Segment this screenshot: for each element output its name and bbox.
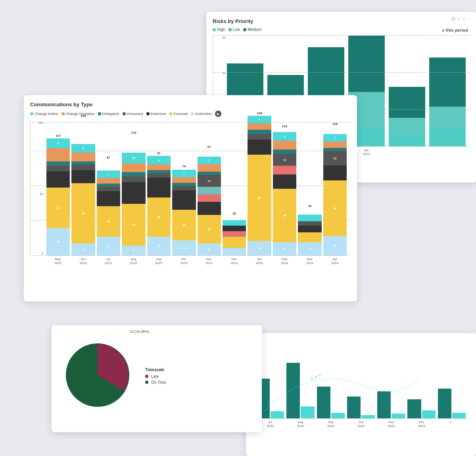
legend-change-notice-label: Change Notice (35, 112, 58, 116)
seg-instruction-mar: 12 (298, 242, 321, 255)
legend-change-notice: Change Notice (30, 112, 58, 116)
bar-dark-sep (317, 387, 330, 418)
risks-stack-6 (429, 57, 466, 146)
stack-oct2023: 14 32 7 (172, 169, 196, 255)
bottom-group-nov (377, 391, 405, 418)
seg-extension-jul (97, 191, 120, 206)
pie-container: 13 (16.46%) 66 (83.54%) Timescale Late O… (58, 335, 255, 416)
change-quotation-dot (61, 112, 65, 115)
late-dot (145, 375, 148, 378)
seg-delegation-jun (71, 161, 95, 165)
risks-card-title: Risks by Priority (213, 18, 470, 24)
pie-card: 13 (16.46%) 66 (83.54%) Timescale Late O… (52, 325, 262, 432)
x-jan: Jan2024 (248, 257, 271, 265)
x-oct: Oct2023 (172, 257, 196, 265)
seg-changequote-jun (71, 153, 95, 161)
stack-may2023: 25 22 9 (46, 138, 70, 255)
x-sep: Sep2023 (147, 257, 171, 265)
bar-dec2023: 36 7 (223, 212, 246, 255)
filter-icon[interactable]: ≡ (458, 17, 460, 21)
seg-extension-may (46, 171, 70, 188)
x-mar: Mar2024 (298, 257, 322, 265)
seg-instruction-aug: 9 (122, 245, 145, 255)
total-jun2023: 125 (81, 114, 86, 118)
x-dec: Dec2023 (223, 257, 246, 265)
seg-ext2-dec (223, 231, 246, 237)
total-nov2023: 97 (207, 145, 211, 149)
seg-delegation-aug (122, 172, 145, 176)
bottom-group-sep (317, 387, 345, 418)
bar-feb2024: 116 12 49 11 8 (273, 125, 296, 255)
seg-delegation-jul (97, 184, 120, 187)
seg-changenotice-oct: 7 (172, 170, 196, 177)
risks-x-label-5 (389, 148, 425, 156)
seg-delegation-sep (147, 170, 171, 173)
stack-jul2023: 17 28 7 (97, 160, 120, 255)
legend-extension: Extension (146, 112, 167, 116)
svg-point-2 (319, 374, 321, 376)
legend-forecast: Forecast (169, 112, 188, 116)
pie-chart-wrapper: 13 (16.46%) 66 (83.54%) (58, 335, 137, 416)
stack-aug2023: 9 38 10 (122, 135, 145, 255)
more-icon[interactable]: ··· (468, 17, 471, 21)
forecast-dot (169, 112, 173, 115)
stack-jun2023: 11 55 8 (71, 119, 95, 255)
legend-delegation-label: Delegation (102, 112, 119, 116)
instruction-dot (191, 112, 194, 115)
bar-dark-jan (438, 389, 451, 418)
comms-y-100: 100 (31, 121, 43, 125)
x-nov: Nov2023 (197, 257, 221, 265)
bar-may2023: 107 25 22 9 (46, 134, 70, 255)
expand-icon[interactable]: ⤢ (463, 17, 466, 21)
period-text: s this period (442, 28, 468, 33)
seg-document-aug (122, 176, 145, 182)
x-may: May2023 (46, 257, 70, 265)
seg-extension-jan (248, 140, 271, 155)
high-dot (213, 28, 216, 31)
seg-forecast-mar (298, 232, 321, 242)
seg-extension-feb (273, 174, 296, 189)
power-icon[interactable]: ⏻ (451, 17, 455, 21)
late-label: Late (151, 374, 159, 379)
seg-instruction-dec: 7 (223, 248, 246, 255)
comms-y-50: 50 (31, 192, 43, 196)
comms-bar-chart: 100 50 0 107 25 22 (30, 121, 351, 256)
bar-dark-dec (407, 399, 421, 418)
legend-instruction: Instruction (191, 112, 212, 116)
seg-changenotice-jul: 7 (97, 171, 120, 178)
seg-changequote-jul (97, 178, 120, 184)
bottom-x-axis: Jul2023 Aug2023 Sep2023 Oct2023 Nov2023 … (252, 420, 470, 428)
seg-changequote-feb (273, 141, 296, 149)
pie-svg: 66 (83.54%) (58, 335, 137, 415)
legend-low: Low (228, 27, 240, 32)
seg-instruction-jun: 11 (71, 243, 95, 255)
seg-instruction-may: 25 (46, 228, 70, 255)
bar-light-aug (301, 406, 314, 418)
comms-x-axis: May2023 Jun2023 Jul2023 Aug2023 Sep2023 … (30, 257, 351, 265)
seg-document-jan (248, 134, 271, 140)
legend-forecast-label: Forecast (174, 112, 188, 116)
seg-changenotice-feb: 8 (273, 132, 296, 141)
bottom-group-dec (407, 399, 435, 418)
seg-changequote-apr (323, 142, 347, 148)
seg-extension-sep (147, 178, 171, 197)
legend-next-arrow[interactable]: ▶ (215, 111, 221, 117)
seg-changenotice-apr: 7 (323, 134, 347, 142)
y-label-30: 30 (213, 36, 226, 39)
bar-oct2023: 79 14 32 7 (172, 165, 196, 255)
x-apr: Apr2024 (323, 257, 347, 265)
gridline-20 (213, 72, 470, 73)
seg-document-jun (71, 165, 95, 170)
bar-jun2023: 125 11 55 8 (71, 114, 95, 255)
seg-extra2-nov (198, 187, 221, 194)
late-annotation: 13 (16.46%) (130, 330, 149, 333)
risks-high-5 (389, 135, 425, 146)
seg-changenotice-dec (223, 220, 246, 226)
x-jun: Jun2023 (71, 257, 95, 265)
seg-forecast-sep: 36 (147, 197, 171, 237)
bottom-group-jan (438, 389, 466, 418)
bx-nov: Nov2023 (377, 420, 405, 428)
bar-apr2024: 118 18 51 13 7 (323, 122, 347, 255)
bx-jan: J... (438, 420, 466, 428)
seg-forecast-nov: 26 (198, 215, 221, 243)
